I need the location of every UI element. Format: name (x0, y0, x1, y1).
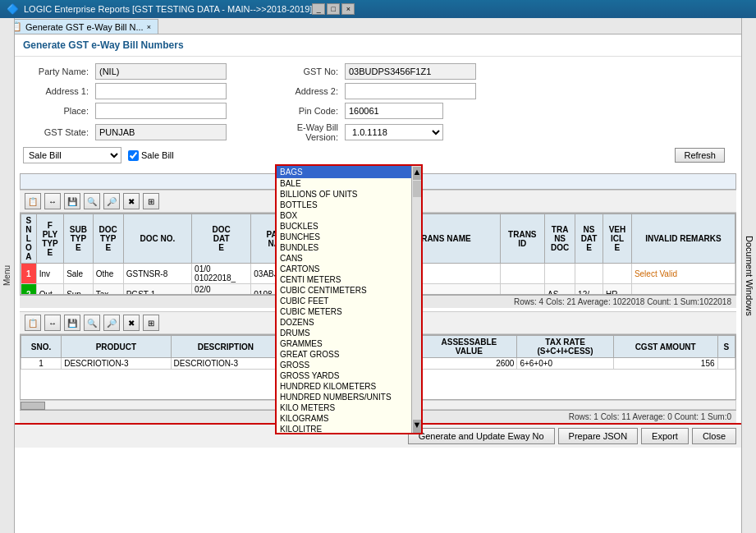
page-title: Generate GST e-Way Bill Numbers (15, 34, 741, 57)
col-docdate: DOCDATE (192, 214, 251, 264)
dropdown-item-3[interactable]: BOTTLES (277, 200, 421, 210)
sidebar-left-label: Menu (2, 265, 11, 286)
dropdown-item-21[interactable]: HUNDRED NUMBERS/UNITS (277, 392, 421, 402)
dropdown-item-11[interactable]: CUBIC CENTIMETERS (277, 285, 421, 296)
toolbar-btn-6[interactable]: ✖ (123, 193, 140, 209)
pin-code-label: Pin Code: (273, 106, 338, 116)
title-text: LOGIC Enterprise Reports [GST TESTING DA… (24, 4, 312, 14)
gst-state-input[interactable] (95, 124, 227, 140)
dropdown-item-10[interactable]: CENTI METERS (277, 274, 421, 285)
dropdown-scrollbar[interactable]: ▲ ▼ (411, 166, 421, 433)
dropdown-item-4[interactable]: BOX (277, 210, 421, 221)
toolbar-btn-4[interactable]: 🔍 (84, 193, 100, 209)
dropdown-item-22[interactable]: KILO METERS (277, 402, 421, 413)
col-nsdat: NSDATE (575, 214, 603, 264)
close-button[interactable]: Close (692, 428, 736, 444)
party-name-label: Party Name: (23, 67, 89, 76)
col-f: FPLYTYPE (36, 214, 63, 264)
gst-no-label: GST No: (273, 67, 338, 76)
dropdown-list[interactable]: BALEBILLIONS OF UNITSBOTTLESBOXBUCKLESBU… (277, 178, 421, 433)
dropdown-item-20[interactable]: HUNDRED KILOMETERS (277, 381, 421, 392)
place-label: Place: (23, 106, 89, 116)
dropdown-item-8[interactable]: CANS (277, 253, 421, 264)
tab-label: Generate GST e-Way Bill N... (25, 22, 144, 32)
col-cgst: CGST AMOUNT (613, 336, 717, 358)
sale-bill-checkbox[interactable] (128, 150, 139, 161)
export-button[interactable]: Export (641, 428, 689, 444)
dropdown-item-1[interactable]: BALE (277, 178, 421, 189)
col-taxrate: TAX RATE(S+C+I+CESS) (517, 336, 613, 358)
col-sub: SUBTYPE (64, 214, 94, 264)
dropdown-item-19[interactable]: GROSS YARDS (277, 370, 421, 381)
gst-no-input[interactable] (345, 63, 476, 80)
dropdown-item-18[interactable]: GROSS (277, 360, 421, 370)
tab-close-button[interactable]: × (147, 23, 151, 31)
items-toolbar-btn-7[interactable]: ⊞ (143, 315, 159, 331)
dropdown-item-23[interactable]: KILOGRAMS (277, 413, 421, 424)
sidebar-right: Document Windows (741, 18, 756, 533)
refresh-button[interactable]: Refresh (675, 148, 725, 163)
generate-eway-button[interactable]: Generate and Update Eway No (408, 428, 555, 444)
dropdown-item-14[interactable]: DOZENS (277, 317, 421, 328)
title-bar: 🔷 LOGIC Enterprise Reports [GST TESTING … (0, 0, 756, 18)
col-snl: SNLOA (21, 214, 37, 264)
scroll-up-btn[interactable]: ▲ (413, 167, 421, 180)
col-product: PRODUCT (62, 336, 171, 358)
address2-input[interactable] (345, 83, 476, 99)
app-icon: 🔷 (7, 3, 19, 15)
dropdown-item-12[interactable]: CUBIC FEET (277, 296, 421, 306)
toolbar-btn-3[interactable]: 💾 (64, 193, 80, 209)
gst-state-label: GST State: (23, 127, 89, 137)
scroll-down-btn[interactable]: ▼ (413, 420, 421, 433)
prepare-json-button[interactable]: Prepare JSON (558, 428, 639, 444)
items-toolbar-btn-4[interactable]: 🔍 (84, 315, 100, 331)
dropdown-item-17[interactable]: GREAT GROSS (277, 349, 421, 360)
items-toolbar-btn-5[interactable]: 🔎 (103, 315, 120, 331)
scroll-thumb[interactable] (413, 181, 421, 197)
maximize-button[interactable]: □ (327, 3, 340, 15)
main-tab[interactable]: 📋 Generate GST e-Way Bill N... × (3, 19, 158, 34)
items-toolbar-btn-2[interactable]: ↔ (44, 315, 61, 331)
tab-bar: 📋 Generate GST e-Way Bill N... × (0, 18, 756, 34)
sidebar-right-label: Document Windows (745, 236, 754, 316)
toolbar-btn-7[interactable]: ⊞ (143, 193, 159, 209)
col-vehicle: VEHICLE (603, 214, 632, 264)
items-toolbar-btn-6[interactable]: ✖ (123, 315, 140, 331)
toolbar-btn-5[interactable]: 🔎 (103, 193, 120, 209)
pin-code-input[interactable] (345, 103, 443, 119)
address1-label: Address 1: (23, 86, 89, 96)
dropdown-item-13[interactable]: CUBIC METERS (277, 306, 421, 317)
col-description: DESCRIPTION (171, 336, 280, 358)
col-assessable: ASSESSABLEVALUE (421, 336, 517, 358)
sidebar-left: Menu (0, 18, 15, 533)
dropdown-item-15[interactable]: DRUMS (277, 328, 421, 338)
col-transdoc: TRANSDOC (545, 214, 575, 264)
close-window-button[interactable]: × (341, 3, 355, 15)
dropdown-item-9[interactable]: CARTONS (277, 264, 421, 274)
eway-version-label: E-Way Bill Version: (273, 122, 338, 142)
party-name-input[interactable] (95, 63, 227, 80)
dropdown-item-24[interactable]: KILOLITRE (277, 424, 421, 433)
dropdown-item-5[interactable]: BUCKLES (277, 221, 421, 232)
dropdown-item-7[interactable]: BUNDLES (277, 242, 421, 253)
minimize-button[interactable]: _ (312, 3, 325, 15)
unit-dropdown[interactable]: BAGS BALEBILLIONS OF UNITSBOTTLESBOXBUCK… (275, 164, 423, 434)
dropdown-item-16[interactable]: GRAMMES (277, 338, 421, 349)
dropdown-item-2[interactable]: BILLIONS OF UNITS (277, 189, 421, 200)
sale-bill-select[interactable]: Sale Bill (23, 147, 121, 163)
dropdown-item-6[interactable]: BUNCHES (277, 232, 421, 242)
form-area: Party Name: GST No: Address 1: Address 2… (15, 57, 741, 173)
items-toolbar-btn-3[interactable]: 💾 (64, 315, 80, 331)
toolbar-btn-2[interactable]: ↔ (44, 193, 61, 209)
address1-input[interactable] (95, 83, 227, 99)
col-transid: TRANSID (500, 214, 545, 264)
dropdown-selected-item[interactable]: BAGS (277, 166, 421, 178)
col-sno: SNO. (21, 336, 62, 358)
col-remarks: INVALID REMARKS (631, 214, 735, 264)
sale-bill-checkbox-label[interactable]: Sale Bill (128, 150, 174, 161)
items-toolbar-btn-1[interactable]: 📋 (25, 315, 41, 331)
toolbar-btn-1[interactable]: 📋 (25, 193, 41, 209)
address2-label: Address 2: (273, 86, 338, 96)
eway-version-select[interactable]: 1.0.1118 (345, 124, 443, 140)
place-input[interactable] (95, 103, 227, 119)
